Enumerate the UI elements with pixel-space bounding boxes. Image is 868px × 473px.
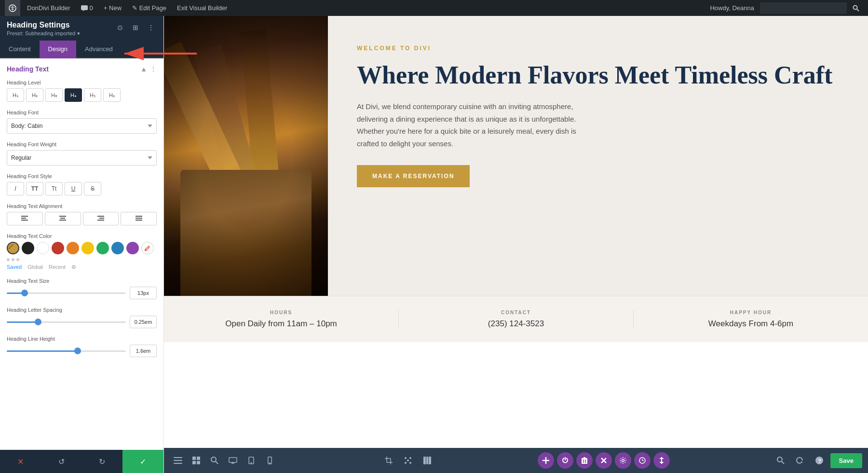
cancel-button[interactable]: ✕ xyxy=(0,450,41,473)
search-icon-btn[interactable] xyxy=(206,452,223,469)
more-options-icon[interactable]: ⋮ xyxy=(150,65,157,73)
recent-tab[interactable]: Recent xyxy=(49,264,66,270)
hero-description: At Divi, we blend contemporary cuisine w… xyxy=(357,100,588,150)
save-button[interactable]: Save xyxy=(830,453,862,468)
color-swatch-purple[interactable] xyxy=(126,242,139,254)
sort-btn[interactable] xyxy=(653,452,670,469)
edit-page-item[interactable]: ✎ Edit Page xyxy=(128,0,170,16)
svg-point-33 xyxy=(251,462,252,463)
exit-builder-item[interactable]: Exit Visual Builder xyxy=(173,0,231,16)
menu-icon-btn[interactable] xyxy=(170,452,186,469)
color-picker-icon[interactable] xyxy=(141,242,154,254)
svg-rect-51 xyxy=(582,458,587,464)
panel-tabs: Content Design Advanced xyxy=(0,41,163,58)
global-tab[interactable]: Global xyxy=(27,264,43,270)
h3-btn[interactable]: H₃ xyxy=(45,88,63,102)
h2-btn[interactable]: H₂ xyxy=(26,88,43,102)
tab-content[interactable]: Content xyxy=(0,41,40,58)
h1-btn[interactable]: H₁ xyxy=(7,88,24,102)
add-element-btn[interactable] xyxy=(538,452,554,469)
heading-size-label: Heading Text Size xyxy=(7,278,157,284)
hours-value: Open Daily from 11am – 10pm xyxy=(174,319,389,329)
h4-btn[interactable]: H₄ xyxy=(65,88,82,102)
heading-font-weight-select[interactable]: Regular Bold Light Medium xyxy=(7,150,157,166)
line-height-value: 1.6em xyxy=(130,345,157,357)
svg-rect-52 xyxy=(583,457,585,459)
save-check-button[interactable]: ✓ xyxy=(122,450,163,473)
mobile-icon-btn[interactable] xyxy=(261,452,278,469)
grid-icon-btn[interactable] xyxy=(188,452,204,469)
new-item[interactable]: + New xyxy=(100,0,125,16)
color-swatch-black[interactable] xyxy=(22,242,34,254)
saved-tab[interactable]: Saved xyxy=(7,264,22,270)
strikethrough-btn[interactable]: S xyxy=(84,182,101,195)
color-swatch-blue[interactable] xyxy=(111,242,124,254)
svg-rect-9 xyxy=(59,220,66,221)
settings-btn[interactable] xyxy=(615,452,631,469)
bottom-toolbar: ? Save xyxy=(164,448,868,473)
h6-btn[interactable]: H₆ xyxy=(103,88,121,102)
capitalize-btn[interactable]: Tt xyxy=(45,182,63,195)
help-icon-btn[interactable]: ? xyxy=(811,452,827,469)
color-swatch-orange[interactable] xyxy=(67,242,79,254)
color-dot-1[interactable] xyxy=(7,258,10,261)
line-height-slider[interactable] xyxy=(7,350,126,352)
letter-spacing-label: Heading Letter Spacing xyxy=(7,307,157,313)
snap-icon-btn[interactable] xyxy=(400,452,416,469)
svg-rect-6 xyxy=(21,220,28,221)
svg-rect-25 xyxy=(192,461,196,464)
color-dot-3[interactable] xyxy=(16,258,19,261)
panel-layout-icon[interactable]: ⊞ xyxy=(130,22,141,33)
align-right-btn[interactable] xyxy=(83,212,119,225)
color-swatch-white[interactable] xyxy=(37,242,49,254)
admin-search[interactable] xyxy=(760,2,847,14)
svg-rect-15 xyxy=(136,220,142,221)
undo-button[interactable]: ↺ xyxy=(41,450,82,473)
zoom-icon-btn[interactable] xyxy=(773,452,789,469)
settings-icon[interactable]: ⚙ xyxy=(71,264,76,270)
color-swatch-green[interactable] xyxy=(96,242,109,254)
italic-btn[interactable]: I xyxy=(7,182,24,195)
tablet-icon-btn[interactable] xyxy=(243,452,259,469)
color-swatch-red[interactable] xyxy=(52,242,64,254)
color-swatch-yellow[interactable] xyxy=(81,242,94,254)
admin-bar-right: Howdy, Deanna xyxy=(706,0,863,16)
power-btn[interactable] xyxy=(557,452,573,469)
site-name[interactable]: DonDivi Builder xyxy=(23,0,74,16)
toolbar-left2 xyxy=(380,452,435,469)
tab-advanced[interactable]: Advanced xyxy=(76,41,122,58)
timer-btn[interactable] xyxy=(634,452,651,469)
panel-preset[interactable]: Preset: Subheading imported ▾ xyxy=(7,30,80,37)
svg-point-2 xyxy=(854,5,857,9)
svg-point-42 xyxy=(405,462,407,464)
collapse-icon[interactable]: ▲ xyxy=(140,65,147,73)
info-contact: CONTACT (235) 124-3523 xyxy=(399,310,633,329)
redo-button[interactable]: ↻ xyxy=(82,450,123,473)
spacing-slider[interactable] xyxy=(7,321,126,323)
delete-btn[interactable] xyxy=(576,452,593,469)
comments-item[interactable]: 0 xyxy=(77,0,97,16)
color-dot-2[interactable] xyxy=(12,258,14,261)
heading-font-select[interactable]: Body: Cabin Open Sans Roboto xyxy=(7,118,157,134)
align-center-btn[interactable] xyxy=(45,212,81,225)
h5-btn[interactable]: H₅ xyxy=(84,88,101,102)
underline-btn[interactable]: U xyxy=(65,182,82,195)
close-btn[interactable] xyxy=(596,452,612,469)
columns-icon-btn[interactable] xyxy=(419,452,435,469)
tab-design[interactable]: Design xyxy=(40,41,76,58)
letter-spacing-group: Heading Letter Spacing 0.25em xyxy=(7,307,157,328)
align-justify-btn[interactable] xyxy=(121,212,157,225)
spacing-slider-row: 0.25em xyxy=(7,316,157,328)
uppercase-btn[interactable]: TT xyxy=(26,182,43,195)
search-icon[interactable] xyxy=(849,0,863,16)
desktop-icon-btn[interactable] xyxy=(225,452,241,469)
color-swatch-active[interactable] xyxy=(7,242,19,254)
refresh-icon-btn[interactable] xyxy=(792,452,808,469)
panel-focus-icon[interactable]: ⊙ xyxy=(114,22,126,33)
wp-logo[interactable] xyxy=(5,0,20,16)
cta-button[interactable]: MAKE A RESERVATION xyxy=(357,165,470,187)
panel-more-icon[interactable]: ⋮ xyxy=(145,22,157,33)
size-slider[interactable] xyxy=(7,292,126,294)
crop-icon-btn[interactable] xyxy=(380,452,397,469)
align-left-btn[interactable] xyxy=(7,212,43,225)
